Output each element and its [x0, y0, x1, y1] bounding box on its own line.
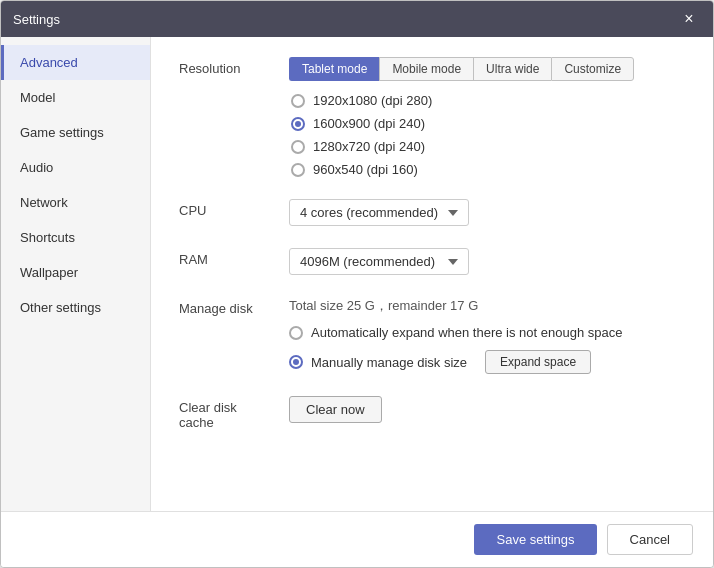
resolution-option-label-0: 1920x1080 (dpi 280) [313, 93, 432, 108]
clear-disk-control: Clear now [289, 396, 685, 423]
resolution-tab-mobile-mode[interactable]: Mobile mode [379, 57, 473, 81]
content-area: AdvancedModelGame settingsAudioNetworkSh… [1, 37, 713, 511]
cpu-row: CPU 1 core2 cores4 cores (recommended)8 … [179, 199, 685, 226]
resolution-row: Resolution Tablet modeMobile modeUltra w… [179, 57, 685, 177]
resolution-option-0[interactable]: 1920x1080 (dpi 280) [291, 93, 685, 108]
cpu-label: CPU [179, 199, 289, 218]
resolution-option-label-1: 1600x900 (dpi 240) [313, 116, 425, 131]
resolution-options: 1920x1080 (dpi 280)1600x900 (dpi 240)128… [291, 93, 685, 177]
resolution-tab-ultra-wide[interactable]: Ultra wide [473, 57, 551, 81]
sidebar-item-network[interactable]: Network [1, 185, 150, 220]
resolution-label: Resolution [179, 57, 289, 76]
resolution-tab-customize[interactable]: Customize [551, 57, 634, 81]
resolution-option-3[interactable]: 960x540 (dpi 160) [291, 162, 685, 177]
radio-indicator-3 [291, 163, 305, 177]
window-title: Settings [13, 12, 60, 27]
disk-option-label-1: Manually manage disk size [311, 355, 467, 370]
sidebar-item-wallpaper[interactable]: Wallpaper [1, 255, 150, 290]
resolution-option-2[interactable]: 1280x720 (dpi 240) [291, 139, 685, 154]
radio-indicator-1 [291, 117, 305, 131]
disk-options: Automatically expand when there is not e… [289, 325, 685, 374]
manage-disk-row: Manage disk Total size 25 G，remainder 17… [179, 297, 685, 374]
sidebar-item-audio[interactable]: Audio [1, 150, 150, 185]
ram-select[interactable]: 1024M2048M4096M (recommended)8192M [289, 248, 469, 275]
sidebar-item-advanced[interactable]: Advanced [1, 45, 150, 80]
radio-indicator-2 [291, 140, 305, 154]
save-settings-button[interactable]: Save settings [474, 524, 596, 555]
resolution-tabs: Tablet modeMobile modeUltra wideCustomiz… [289, 57, 685, 81]
ram-row: RAM 1024M2048M4096M (recommended)8192M [179, 248, 685, 275]
ram-control: 1024M2048M4096M (recommended)8192M [289, 248, 685, 275]
expand-space-button[interactable]: Expand space [485, 350, 591, 374]
close-button[interactable]: × [677, 7, 701, 31]
sidebar-item-model[interactable]: Model [1, 80, 150, 115]
sidebar-item-other-settings[interactable]: Other settings [1, 290, 150, 325]
footer: Save settings Cancel [1, 511, 713, 567]
disk-option-0[interactable]: Automatically expand when there is not e… [289, 325, 685, 340]
disk-info: Total size 25 G，remainder 17 G [289, 297, 685, 315]
clear-now-button[interactable]: Clear now [289, 396, 382, 423]
sidebar: AdvancedModelGame settingsAudioNetworkSh… [1, 37, 151, 511]
sidebar-item-game-settings[interactable]: Game settings [1, 115, 150, 150]
sidebar-item-shortcuts[interactable]: Shortcuts [1, 220, 150, 255]
manage-disk-control: Total size 25 G，remainder 17 G Automatic… [289, 297, 685, 374]
disk-option-1[interactable]: Manually manage disk sizeExpand space [289, 350, 685, 374]
ram-label: RAM [179, 248, 289, 267]
radio-indicator-0 [291, 94, 305, 108]
resolution-tab-tablet-mode[interactable]: Tablet mode [289, 57, 379, 81]
disk-radio-indicator-0 [289, 326, 303, 340]
resolution-option-label-3: 960x540 (dpi 160) [313, 162, 418, 177]
cancel-button[interactable]: Cancel [607, 524, 693, 555]
manage-disk-label: Manage disk [179, 297, 289, 316]
disk-option-label-0: Automatically expand when there is not e… [311, 325, 622, 340]
disk-radio-indicator-1 [289, 355, 303, 369]
resolution-option-1[interactable]: 1600x900 (dpi 240) [291, 116, 685, 131]
clear-disk-label: Clear diskcache [179, 396, 289, 430]
settings-window: Settings × AdvancedModelGame settingsAud… [0, 0, 714, 568]
main-panel: Resolution Tablet modeMobile modeUltra w… [151, 37, 713, 511]
resolution-control: Tablet modeMobile modeUltra wideCustomiz… [289, 57, 685, 177]
cpu-select[interactable]: 1 core2 cores4 cores (recommended)8 core… [289, 199, 469, 226]
cpu-control: 1 core2 cores4 cores (recommended)8 core… [289, 199, 685, 226]
resolution-option-label-2: 1280x720 (dpi 240) [313, 139, 425, 154]
titlebar: Settings × [1, 1, 713, 37]
clear-disk-label-text: Clear diskcache [179, 400, 237, 430]
clear-disk-row: Clear diskcache Clear now [179, 396, 685, 430]
